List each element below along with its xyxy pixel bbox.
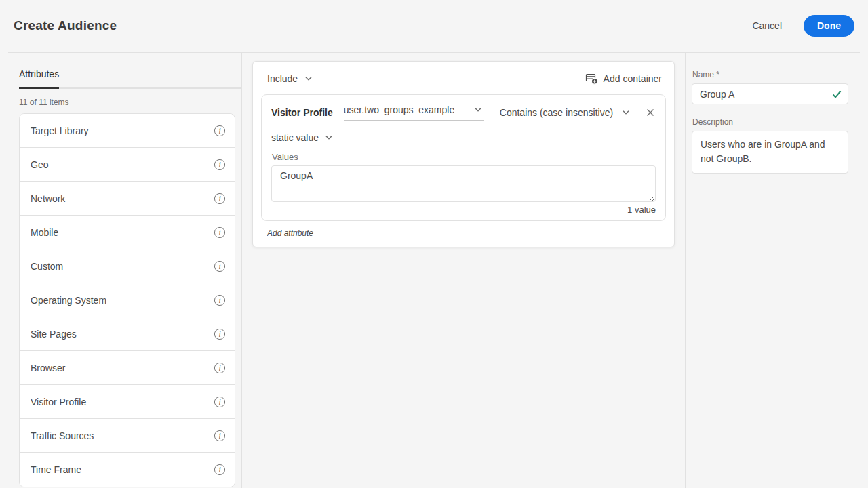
name-input[interactable] (692, 83, 848, 104)
add-attribute-button[interactable]: Add attribute (267, 228, 313, 238)
list-item-operating-system[interactable]: Operating System i (20, 283, 235, 317)
info-icon[interactable]: i (214, 226, 226, 239)
list-item-mobile[interactable]: Mobile i (20, 216, 235, 249)
create-audience-page: Create Audience Cancel Done Attributes 1… (0, 0, 868, 488)
done-button[interactable]: Done (804, 15, 854, 37)
description-input[interactable]: Users who are in GroupA and not GroupB. (692, 131, 848, 174)
header-bar: Create Audience Cancel Done (0, 0, 868, 52)
info-icon[interactable]: i (214, 362, 226, 374)
attribute-rule-row: Visitor Profile user.two_groups_example … (271, 104, 656, 121)
container-add-icon (585, 72, 598, 85)
info-icon[interactable]: i (214, 430, 226, 442)
values-textarea[interactable]: GroupA (271, 165, 656, 202)
svg-text:i: i (219, 127, 221, 135)
info-icon[interactable]: i (214, 159, 226, 171)
info-icon[interactable]: i (214, 125, 226, 137)
svg-text:i: i (219, 195, 221, 203)
value-count: 1 value (271, 205, 656, 215)
chevron-down-icon (305, 77, 312, 81)
details-panel: Name * Description Users who are in Grou… (685, 53, 868, 488)
chevron-down-icon (326, 136, 332, 140)
sidebar-tabs: Attributes (19, 53, 241, 89)
info-icon[interactable]: i (214, 192, 226, 205)
name-field-wrap (692, 83, 848, 104)
info-icon[interactable]: i (214, 260, 226, 272)
svg-text:i: i (219, 466, 221, 474)
attribute-list: Target Library i Geo i Network i Mobile … (19, 113, 235, 487)
svg-text:i: i (219, 330, 221, 338)
info-icon[interactable]: i (214, 464, 226, 476)
list-item-target-library[interactable]: Target Library i (20, 114, 235, 148)
header-actions: Cancel Done (752, 15, 854, 37)
svg-text:i: i (219, 228, 221, 237)
list-item-time-frame[interactable]: Time Frame i (20, 453, 235, 487)
container-header: Include Add container (261, 70, 666, 86)
svg-text:i: i (219, 296, 221, 304)
attribute-rule-card: Visitor Profile user.two_groups_example … (261, 94, 666, 221)
svg-text:i: i (219, 262, 221, 270)
operator-select[interactable]: Contains (case insensitive) (500, 107, 629, 118)
attributes-sidebar: Attributes 11 of 11 items Target Library… (0, 53, 242, 488)
info-icon[interactable]: i (214, 294, 226, 306)
items-count: 11 of 11 items (19, 98, 241, 107)
include-container: Include Add container Visitor Profile us… (252, 61, 675, 247)
include-dropdown[interactable]: Include (267, 73, 312, 84)
list-item-geo[interactable]: Geo i (20, 148, 235, 182)
svg-text:i: i (219, 398, 221, 406)
svg-text:i: i (219, 364, 221, 372)
description-label: Description (692, 117, 848, 127)
info-icon[interactable]: i (214, 328, 226, 340)
close-icon (646, 108, 654, 117)
cancel-button[interactable]: Cancel (752, 20, 782, 31)
add-container-button[interactable]: Add container (585, 72, 662, 85)
info-icon[interactable]: i (214, 396, 226, 408)
list-item-browser[interactable]: Browser i (20, 351, 235, 385)
remove-attribute-button[interactable] (646, 108, 654, 117)
tab-attributes[interactable]: Attributes (19, 68, 59, 89)
list-item-network[interactable]: Network i (20, 182, 235, 216)
chevron-down-icon (475, 108, 481, 112)
svg-text:i: i (219, 161, 221, 169)
name-label: Name * (692, 70, 848, 79)
list-item-visitor-profile[interactable]: Visitor Profile i (20, 385, 235, 419)
list-item-traffic-sources[interactable]: Traffic Sources i (20, 419, 235, 453)
valid-checkmark-icon (832, 90, 842, 98)
page-title: Create Audience (14, 18, 117, 33)
rule-builder: Include Add container Visitor Profile us… (242, 53, 685, 488)
value-source-dropdown[interactable]: static value (271, 132, 332, 143)
values-label: Values (271, 152, 656, 162)
attribute-select[interactable]: user.two_groups_example (344, 104, 484, 121)
chevron-down-icon (623, 110, 629, 115)
list-item-custom[interactable]: Custom i (20, 249, 235, 283)
svg-text:i: i (219, 432, 221, 440)
list-item-site-pages[interactable]: Site Pages i (20, 317, 235, 351)
main-content: Attributes 11 of 11 items Target Library… (0, 53, 868, 488)
attribute-type-label: Visitor Profile (271, 107, 333, 118)
